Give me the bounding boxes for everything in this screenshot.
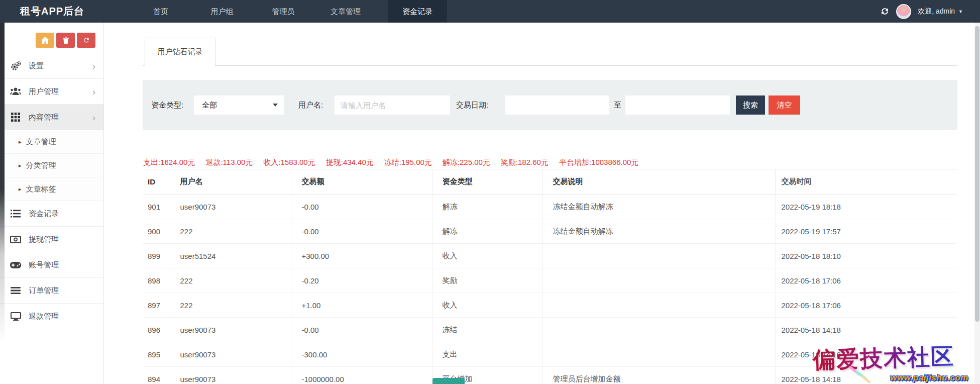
cell-username: user90073 <box>168 195 292 219</box>
sidebar-item-label: 设置 <box>29 61 44 71</box>
gamepad-icon <box>10 262 22 268</box>
cell-username: user90073 <box>168 342 292 367</box>
cell-description <box>542 268 775 293</box>
table-row: 900222-0.00解冻冻结金额自动解冻2022-05-19 17:57 <box>143 219 957 244</box>
sidebar-item-label: 文章标签 <box>26 184 56 194</box>
cell-username: 222 <box>168 293 292 318</box>
stat-income: 收入:1583.00元 <box>263 156 315 168</box>
sidebar-item-order-management[interactable]: 订单管理 <box>0 278 103 304</box>
tab-user-diamond-records[interactable]: 用户钻石记录 <box>145 38 215 66</box>
cell-id: 894 <box>143 367 168 384</box>
refresh-icon[interactable] <box>880 7 890 16</box>
table-row: 898222-0.20奖励2022-05-18 17:06 <box>143 268 957 293</box>
recycle-icon <box>83 37 90 44</box>
sidebar-subitem-article-management[interactable]: ▸ 文章管理 <box>0 130 103 154</box>
date-from-input[interactable] <box>505 95 609 115</box>
nav-item-home[interactable]: 首页 <box>153 0 168 23</box>
cell-fund-type: 收入 <box>432 244 542 268</box>
cell-id: 898 <box>143 268 168 293</box>
cell-time: 2022-05-18 17:06 <box>775 293 957 318</box>
column-header-id: ID <box>143 169 168 195</box>
column-header-amount: 交易额 <box>292 169 432 195</box>
caret-down-icon[interactable]: ▼ <box>958 9 963 14</box>
stat-unfrozen: 解冻:225.00元 <box>443 156 490 168</box>
sidebar-item-fund-records[interactable]: 资金记录 <box>0 201 103 227</box>
bars-icon <box>10 287 22 294</box>
triangle-bullet-icon: ▸ <box>19 139 22 145</box>
fund-type-label: 资金类型: <box>151 95 183 115</box>
cell-description <box>542 293 775 318</box>
cell-amount: -0.00 <box>292 219 432 244</box>
sidebar-item-label: 账号管理 <box>29 260 59 270</box>
sidebar-item-withdrawal-management[interactable]: 提现管理 <box>0 227 103 252</box>
left-edge-shadow <box>0 23 5 344</box>
cell-description: 冻结金额自动解冻 <box>542 219 775 244</box>
desktop-icon <box>10 312 22 321</box>
cell-username: user90073 <box>168 318 292 342</box>
trade-date-label: 交易日期: <box>456 95 488 115</box>
fund-type-select[interactable]: 全部 <box>194 95 284 115</box>
column-header-time: 交易时间 <box>775 169 957 195</box>
cell-username: user90073 <box>168 367 292 384</box>
chevron-right-icon: › <box>92 87 95 97</box>
cell-fund-type: 支出 <box>432 342 542 367</box>
scrollbar-thumb[interactable] <box>975 26 979 322</box>
cell-time: 2022-05-18 18:10 <box>775 244 957 268</box>
sidebar-item-label: 内容管理 <box>29 113 59 122</box>
cell-amount: -0.20 <box>292 268 432 293</box>
cell-fund-type: 奖励 <box>432 268 542 293</box>
cell-id: 901 <box>143 195 168 219</box>
chevron-right-icon: › <box>92 113 95 122</box>
sidebar-quick-actions <box>0 23 103 53</box>
clear-button[interactable]: 清空 <box>769 95 800 115</box>
search-button[interactable]: 搜索 <box>736 95 765 115</box>
sidebar: 设置 › 用户管理 › 内容管理 › ▸ 文章管理 ▸ 分类管理 ▸ <box>0 23 104 384</box>
app-title[interactable]: 租号APP后台 <box>20 0 84 23</box>
user-avatar[interactable] <box>896 4 911 19</box>
watermark-title: 偏爱技术社区 <box>803 341 954 375</box>
triangle-bullet-icon: ▸ <box>19 186 22 193</box>
nav-item-user-groups[interactable]: 用户组 <box>211 0 234 23</box>
cell-id: 900 <box>143 219 168 244</box>
sidebar-item-settings[interactable]: 设置 › <box>0 53 103 79</box>
column-header-fund-type: 资金类型 <box>432 169 542 195</box>
sidebar-item-label: 订单管理 <box>29 286 59 296</box>
filter-bar: 资金类型: 全部 用户名: 交易日期: 至 搜索 清空 <box>143 80 957 130</box>
cell-description: 冻结金额自动解冻 <box>542 195 775 219</box>
username-label: 用户名: <box>298 95 323 115</box>
stat-refund: 退款:113.00元 <box>205 156 253 168</box>
sidebar-item-content-management[interactable]: 内容管理 › <box>0 105 103 130</box>
trash-icon <box>63 37 69 44</box>
welcome-text[interactable]: 欢迎, admin <box>918 7 955 16</box>
cell-time: 2022-05-18 17:06 <box>775 268 957 293</box>
sidebar-item-label: 用户管理 <box>29 87 59 97</box>
sidebar-subitem-category-management[interactable]: ▸ 分类管理 <box>0 154 103 177</box>
nav-item-fund-records[interactable]: 资金记录 <box>388 0 447 23</box>
stat-reward: 奖励:182.60元 <box>501 156 549 168</box>
cell-amount: -0.00 <box>292 318 432 342</box>
cell-description <box>542 342 775 367</box>
stat-frozen: 冻结:195.00元 <box>384 156 432 168</box>
cell-fund-type: 冻结 <box>432 318 542 342</box>
sidebar-item-account-management[interactable]: 账号管理 <box>0 252 103 278</box>
recycle-button[interactable] <box>77 33 95 48</box>
cell-username: 222 <box>168 268 292 293</box>
clear-cache-button[interactable] <box>56 33 75 48</box>
date-to-input[interactable] <box>625 95 730 115</box>
grid-icon <box>10 113 22 122</box>
table-header-row: ID 用户名 交易额 资金类型 交易说明 交易时间 <box>143 169 957 195</box>
cell-description <box>542 244 775 268</box>
cell-time: 2022-05-18 14:18 <box>775 318 957 342</box>
home-button[interactable] <box>36 33 54 48</box>
cell-amount: -1000000.00 <box>292 367 432 384</box>
nav-item-admins[interactable]: 管理员 <box>272 0 295 23</box>
sidebar-item-label: 提现管理 <box>29 235 59 244</box>
top-navbar: 租号APP后台 首页 用户组 管理员 文章管理 资金记录 欢迎, admin ▼ <box>0 0 980 23</box>
sidebar-item-user-management[interactable]: 用户管理 › <box>0 79 103 105</box>
gears-icon <box>10 61 22 71</box>
sidebar-subitem-article-tags[interactable]: ▸ 文章标签 <box>0 177 103 201</box>
sidebar-item-refund-management[interactable]: 退款管理 <box>0 304 103 329</box>
nav-item-articles[interactable]: 文章管理 <box>331 0 361 23</box>
username-input[interactable] <box>335 95 450 115</box>
stat-expense: 支出:1624.00元 <box>143 156 195 168</box>
